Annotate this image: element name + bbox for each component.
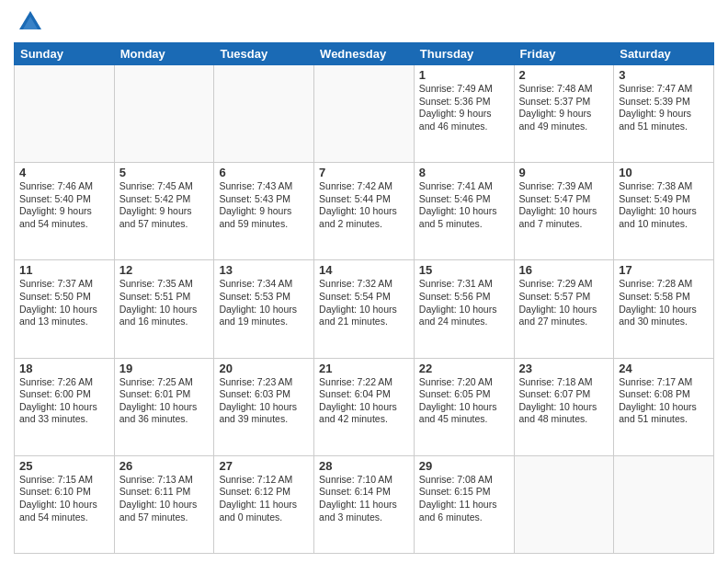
day-number: 25 [19, 459, 109, 473]
weekday-header-wednesday: Wednesday [314, 43, 415, 65]
day-info-line: Daylight: 10 hours [219, 401, 309, 414]
day-info-line: Sunrise: 7:13 AM [119, 474, 210, 487]
calendar-cell [214, 65, 314, 163]
day-info-line: Daylight: 10 hours [619, 401, 709, 414]
day-info-line: Daylight: 10 hours [519, 304, 609, 316]
day-number: 11 [19, 263, 109, 277]
day-info-line: Sunrise: 7:31 AM [419, 278, 509, 291]
day-info-line: Sunset: 5:49 PM [619, 193, 709, 206]
calendar-cell: 2Sunrise: 7:48 AMSunset: 5:37 PMDaylight… [514, 65, 614, 163]
day-info-line: Sunset: 5:37 PM [519, 96, 609, 109]
day-info-line: Sunset: 5:56 PM [419, 291, 509, 304]
day-info-line: Sunrise: 7:29 AM [519, 278, 609, 291]
day-info-line: Sunset: 6:08 PM [619, 388, 709, 401]
calendar-cell: 18Sunrise: 7:26 AMSunset: 6:00 PMDayligh… [15, 358, 115, 455]
day-info-line: Daylight: 11 hours [219, 499, 309, 511]
day-number: 5 [119, 166, 210, 179]
day-info-line: Sunrise: 7:25 AM [119, 376, 210, 389]
calendar-cell: 10Sunrise: 7:38 AMSunset: 5:49 PMDayligh… [614, 163, 714, 260]
day-info-line: and 33 minutes. [19, 413, 109, 426]
day-info-line: Daylight: 9 hours [619, 108, 709, 121]
header [14, 9, 714, 35]
day-info-line: and 16 minutes. [119, 316, 210, 328]
calendar-header-row: SundayMondayTuesdayWednesdayThursdayFrid… [15, 43, 714, 65]
day-number: 8 [419, 166, 509, 179]
day-info-line: Sunrise: 7:43 AM [219, 180, 309, 193]
weekday-header-sunday: Sunday [15, 43, 115, 65]
weekday-header-tuesday: Tuesday [214, 43, 314, 65]
day-info-line: Sunset: 5:51 PM [119, 291, 210, 304]
weekday-header-friday: Friday [514, 43, 614, 65]
day-info-line: Sunset: 5:54 PM [319, 291, 409, 304]
day-info-line: Sunrise: 7:23 AM [219, 376, 309, 389]
day-info-line: Sunrise: 7:34 AM [219, 278, 309, 291]
day-info-line: and 57 minutes. [119, 511, 210, 524]
weekday-header-monday: Monday [114, 43, 214, 65]
day-number: 15 [419, 263, 509, 277]
day-info-line: Sunrise: 7:22 AM [319, 376, 409, 389]
weekday-header-saturday: Saturday [614, 43, 714, 65]
day-info-line: Daylight: 10 hours [19, 401, 109, 414]
day-info-line: Sunset: 6:07 PM [519, 388, 609, 401]
calendar-cell: 26Sunrise: 7:13 AMSunset: 6:11 PMDayligh… [114, 455, 214, 553]
calendar-cell: 23Sunrise: 7:18 AMSunset: 6:07 PMDayligh… [514, 358, 614, 455]
day-info-line: and 10 minutes. [619, 218, 709, 231]
logo-icon [17, 9, 43, 35]
calendar-cell [15, 65, 115, 163]
day-info-line: and 42 minutes. [319, 413, 409, 426]
day-number: 21 [319, 362, 409, 375]
day-info-line: and 36 minutes. [119, 413, 210, 426]
calendar-cell: 13Sunrise: 7:34 AMSunset: 5:53 PMDayligh… [214, 260, 314, 358]
calendar-cell [314, 65, 415, 163]
day-info-line: and 59 minutes. [219, 218, 309, 231]
day-info-line: and 7 minutes. [519, 218, 609, 231]
day-info-line: and 51 minutes. [619, 413, 709, 426]
day-info-line: and 0 minutes. [219, 511, 309, 524]
day-info-line: Sunrise: 7:35 AM [119, 278, 210, 291]
calendar-week-2: 11Sunrise: 7:37 AMSunset: 5:50 PMDayligh… [15, 260, 714, 358]
calendar-cell: 8Sunrise: 7:41 AMSunset: 5:46 PMDaylight… [414, 163, 514, 260]
calendar-cell [114, 65, 214, 163]
day-info-line: Daylight: 10 hours [619, 205, 709, 218]
day-info-line: Sunset: 5:43 PM [219, 193, 309, 206]
day-info-line: Sunrise: 7:47 AM [619, 83, 709, 96]
day-info-line: Daylight: 10 hours [319, 205, 409, 218]
calendar-table: SundayMondayTuesdayWednesdayThursdayFrid… [14, 42, 714, 554]
day-info-line: Sunrise: 7:38 AM [619, 180, 709, 193]
day-number: 28 [319, 459, 409, 473]
weekday-header-thursday: Thursday [414, 43, 514, 65]
day-info-line: Daylight: 10 hours [119, 304, 210, 316]
calendar-cell: 27Sunrise: 7:12 AMSunset: 6:12 PMDayligh… [214, 455, 314, 553]
day-info-line: Sunset: 6:01 PM [119, 388, 210, 401]
day-number: 19 [119, 362, 210, 375]
day-info-line: Daylight: 10 hours [19, 499, 109, 511]
calendar-cell: 24Sunrise: 7:17 AMSunset: 6:08 PMDayligh… [614, 358, 714, 455]
calendar-cell [514, 455, 614, 553]
day-info-line: Sunrise: 7:37 AM [19, 278, 109, 291]
day-info-line: Sunset: 5:39 PM [619, 96, 709, 109]
calendar-cell: 1Sunrise: 7:49 AMSunset: 5:36 PMDaylight… [414, 65, 514, 163]
day-number: 20 [219, 362, 309, 375]
calendar-cell: 14Sunrise: 7:32 AMSunset: 5:54 PMDayligh… [314, 260, 415, 358]
day-info-line: Daylight: 10 hours [19, 304, 109, 316]
day-info-line: Sunrise: 7:42 AM [319, 180, 409, 193]
day-number: 9 [519, 166, 609, 179]
day-info-line: Daylight: 9 hours [519, 108, 609, 121]
day-info-line: Sunset: 5:36 PM [419, 96, 509, 109]
day-info-line: and 51 minutes. [619, 121, 709, 133]
day-info-line: and 46 minutes. [419, 121, 509, 133]
day-info-line: Sunrise: 7:26 AM [19, 376, 109, 389]
day-info-line: Sunset: 6:03 PM [219, 388, 309, 401]
day-info-line: Sunrise: 7:08 AM [419, 474, 509, 487]
day-info-line: Sunrise: 7:20 AM [419, 376, 509, 389]
day-info-line: and 6 minutes. [419, 511, 509, 524]
day-info-line: Sunrise: 7:17 AM [619, 376, 709, 389]
day-number: 12 [119, 263, 210, 277]
day-number: 24 [619, 362, 709, 375]
day-info-line: Sunrise: 7:39 AM [519, 180, 609, 193]
day-info-line: Daylight: 9 hours [119, 205, 210, 218]
day-info-line: Daylight: 10 hours [119, 499, 210, 511]
day-info-line: Sunrise: 7:28 AM [619, 278, 709, 291]
day-number: 10 [619, 166, 709, 179]
day-number: 26 [119, 459, 210, 473]
